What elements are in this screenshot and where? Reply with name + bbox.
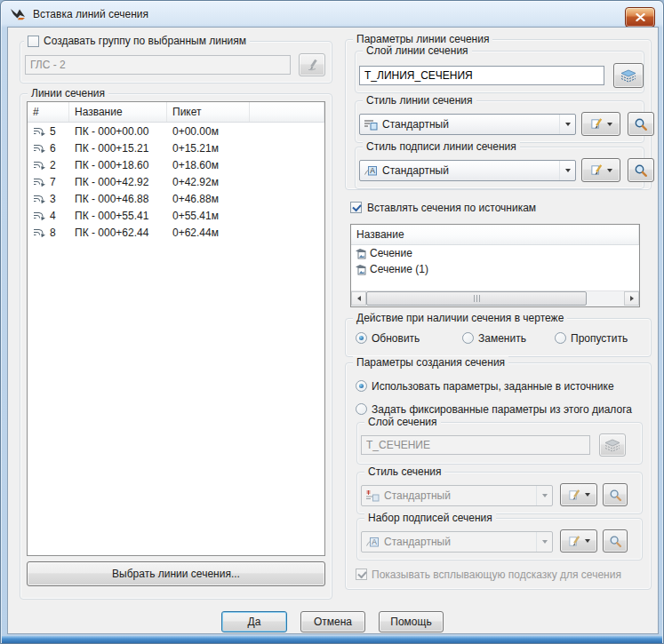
svg-text:A: A <box>370 166 375 175</box>
scrollbar-thumb[interactable] <box>366 291 587 306</box>
magnifier-icon <box>634 117 648 131</box>
radio-update[interactable] <box>356 332 367 344</box>
section-line-layer-input[interactable] <box>359 66 604 85</box>
create-group-label: Создавать группу по выбранным линиям <box>44 35 246 48</box>
creation-params-groupbox: Параметры создания сечения Слой сечения … <box>345 362 652 590</box>
section-line-icon <box>33 194 46 204</box>
create-group-legend: Создавать группу по выбранным линиям <box>24 35 250 48</box>
chevron-down-icon <box>585 539 590 543</box>
list-item[interactable]: Сечение (1) <box>351 261 639 277</box>
section-layer-input <box>361 435 590 455</box>
section-style-icon <box>365 489 380 502</box>
edit-label-style-button[interactable] <box>581 158 620 182</box>
magnifier-icon <box>609 535 622 548</box>
chevron-down-icon <box>565 169 571 172</box>
section-sheet-icon <box>355 248 367 259</box>
edit-label-set-button[interactable] <box>560 529 597 553</box>
radio-use-source-params[interactable] <box>356 380 367 392</box>
title-bar: Вставка линий сечения <box>1 1 663 27</box>
section-line-icon <box>33 126 46 137</box>
section-sheet-icon <box>355 264 367 275</box>
table-header: # Название Пикет <box>28 102 324 123</box>
pencil-icon <box>568 489 581 502</box>
edit-line-style-button[interactable] <box>581 112 620 136</box>
close-button[interactable] <box>625 7 655 28</box>
select-section-lines-button[interactable]: Выбрать линии сечения... <box>27 561 325 586</box>
label-style-select[interactable]: A Стандартный <box>359 160 576 181</box>
section-line-icon <box>33 160 46 171</box>
table-row[interactable]: 7 ПК - 000+42.92 0+42.92м <box>28 173 324 190</box>
app-icon <box>10 7 27 20</box>
sources-column-header[interactable]: Название <box>351 225 639 244</box>
ok-button[interactable]: Да <box>221 611 287 632</box>
line-style-select[interactable]: Стандартный <box>359 114 576 135</box>
layers-icon <box>604 439 621 452</box>
pencil-icon <box>568 535 581 548</box>
radio-update-label: Обновить <box>372 332 420 345</box>
pencil-icon <box>305 58 319 72</box>
group-name-input <box>25 55 291 75</box>
list-item[interactable]: Сечение <box>351 245 639 261</box>
preview-line-style-button[interactable] <box>628 112 654 136</box>
preview-label-style-button[interactable] <box>628 158 654 182</box>
window-bottom-edge <box>2 636 662 643</box>
show-tooltip-checkbox <box>356 568 367 580</box>
preview-label-set-button[interactable] <box>603 529 628 553</box>
section-lines-group-title: Линии сечения <box>28 87 108 100</box>
scroll-left-button[interactable] <box>351 291 366 306</box>
scroll-right-button[interactable] <box>624 291 639 306</box>
section-line-icon <box>33 177 46 187</box>
table-row[interactable]: 3 ПК - 000+46.88 0+46.88м <box>28 190 324 207</box>
pick-section-layer-button <box>599 433 626 457</box>
section-line-icon <box>33 227 46 238</box>
magnifier-icon <box>609 489 622 502</box>
table-row[interactable]: 2 ПК - 000+18.60 0+18.60м <box>28 156 324 173</box>
help-button[interactable]: Помощь <box>379 611 444 632</box>
edit-section-style-button[interactable] <box>560 483 597 506</box>
pick-layer-button[interactable] <box>613 63 644 88</box>
column-header-num[interactable]: # <box>28 102 69 122</box>
action-title: Действие при наличии сечения в чертеже <box>353 312 567 325</box>
cancel-button[interactable]: Отмена <box>300 611 365 632</box>
chevron-down-icon <box>565 123 571 126</box>
line-style-icon <box>364 118 378 131</box>
label-set-icon: A <box>365 536 380 548</box>
table-row[interactable]: 8 ПК - 000+62.44 0+62.44м <box>28 224 324 241</box>
create-group-checkbox[interactable] <box>28 36 39 47</box>
creation-params-title: Параметры создания сечения <box>353 356 508 370</box>
chevron-down-icon <box>585 493 590 497</box>
column-header-name[interactable]: Название <box>69 102 167 122</box>
edit-group-name-button <box>299 53 325 76</box>
column-header-spacer <box>250 102 324 122</box>
label-set-select: A Стандартный <box>361 531 553 553</box>
table-row[interactable]: 5 ПК - 000+00.00 0+00.00м <box>28 123 324 139</box>
pencil-icon <box>590 163 604 177</box>
line-style-label: Стиль линии сечения <box>363 94 476 107</box>
column-header-station[interactable]: Пикет <box>167 102 250 122</box>
pencil-icon <box>590 117 604 131</box>
layer-label: Слой линии сечения <box>363 44 472 58</box>
label-style-value: Стандартный <box>382 164 555 177</box>
dialog-body: Создавать группу по выбранным линиям Лин… <box>7 27 659 634</box>
insert-by-sources-checkbox[interactable] <box>350 202 362 213</box>
section-style-label: Стиль сечения <box>364 465 444 479</box>
radio-skip[interactable] <box>555 332 566 344</box>
section-style-select: Стандартный <box>361 485 553 506</box>
section-line-icon <box>33 211 46 221</box>
use-source-params-label: Использовать параметры, заданные в источ… <box>372 380 614 393</box>
dialog-window: Вставка линий сечения Создавать группу п… <box>0 0 664 644</box>
table-row[interactable]: 6 ПК - 000+15.21 0+15.21м <box>28 139 324 156</box>
radio-replace[interactable] <box>462 332 474 344</box>
insert-by-sources-label: Вставлять сечения по источникам <box>367 202 536 214</box>
chevron-down-icon <box>607 123 612 126</box>
arrow-right-icon <box>630 296 634 301</box>
table-row[interactable]: 4 ПК - 000+55.41 0+55.41м <box>28 207 324 224</box>
preview-section-style-button[interactable] <box>603 483 628 506</box>
horizontal-scrollbar[interactable] <box>351 290 639 306</box>
close-icon <box>636 13 645 21</box>
radio-fixed-params[interactable] <box>356 403 367 415</box>
chevron-down-icon <box>607 169 612 172</box>
section-layer-label: Слой сечения <box>364 416 441 429</box>
label-style-icon: A <box>364 164 378 177</box>
window-title: Вставка линий сечения <box>33 8 148 20</box>
